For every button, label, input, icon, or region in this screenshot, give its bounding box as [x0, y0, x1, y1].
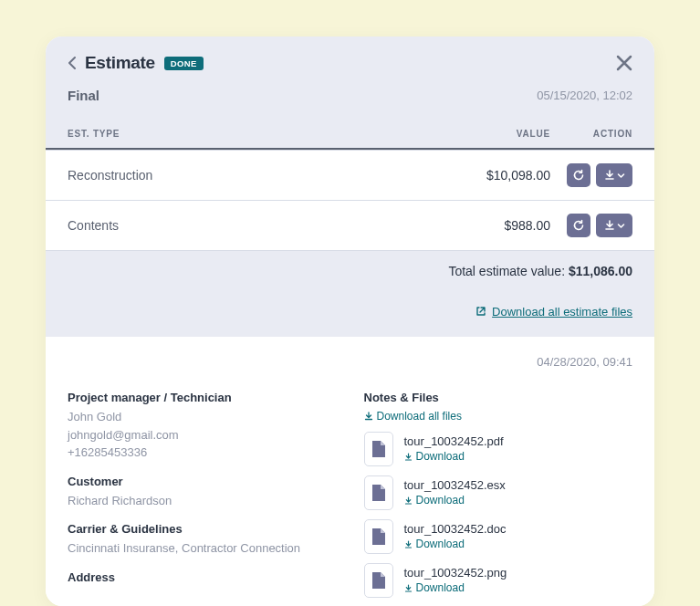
refresh-icon: [572, 169, 585, 182]
table-row: Reconstruction $10,098.00: [46, 150, 654, 200]
download-dropdown-button[interactable]: [596, 163, 632, 187]
estimate-card: Estimate DONE Final 05/15/2020, 12:02 ES…: [46, 37, 654, 606]
download-icon: [404, 540, 413, 549]
file-download-label: Download: [416, 450, 465, 463]
file-download-link[interactable]: Download: [404, 494, 465, 507]
customer-name: Richard Richardson: [68, 492, 337, 510]
refresh-button[interactable]: [567, 214, 590, 237]
header-row: Estimate DONE: [46, 37, 654, 82]
carrier-label: Carrier & Guidelines: [68, 522, 337, 536]
total-value: $11,086.00: [569, 264, 632, 278]
document-icon: [371, 440, 386, 458]
file-row: tour_10032452.doc Download: [364, 519, 633, 554]
document-icon: [371, 528, 386, 546]
pm-email: johngold@gmail.com: [68, 426, 337, 444]
header-timestamp: 05/15/2020, 12:02: [537, 89, 632, 102]
details-section: 04/28/2020, 09:41 Project manager / Tech…: [46, 337, 654, 606]
file-icon: [364, 519, 393, 554]
file-download-link[interactable]: Download: [404, 450, 465, 463]
document-icon: [371, 484, 386, 502]
pm-label: Project manager / Technician: [68, 391, 337, 404]
notes-files-label: Notes & Files: [364, 391, 633, 404]
details-left-column: Project manager / Technician John Gold j…: [68, 391, 337, 606]
customer-label: Customer: [68, 475, 337, 488]
file-name: tour_10032452.png: [404, 566, 507, 580]
col-value-header: VALUE: [459, 129, 550, 139]
total-row: Total estimate value: $11,086.00: [46, 250, 654, 291]
address-label: Address: [68, 570, 337, 584]
pm-phone: +16285453336: [68, 444, 337, 462]
download-icon: [404, 584, 413, 592]
pm-name: John Gold: [68, 408, 337, 426]
file-download-label: Download: [416, 538, 465, 550]
total-label: Total estimate value:: [448, 264, 565, 278]
close-button[interactable]: [616, 55, 632, 71]
file-name: tour_10032452.doc: [404, 522, 507, 536]
chevron-down-icon: [617, 222, 625, 230]
file-download-link[interactable]: Download: [404, 538, 465, 550]
download-icon: [604, 170, 615, 181]
close-icon: [616, 55, 632, 71]
file-download-label: Download: [416, 581, 465, 594]
file-icon: [364, 563, 393, 598]
file-name: tour_10032452.pdf: [404, 434, 504, 448]
page-title: Estimate: [85, 53, 155, 73]
file-icon: [364, 475, 393, 510]
download-icon: [404, 453, 413, 461]
col-type-header: EST. TYPE: [68, 129, 459, 139]
file-name: tour_10032452.esx: [404, 478, 506, 492]
row-value: $10,098.00: [459, 168, 550, 183]
carrier-value: Cincinnati Insuranse, Contractor Connect…: [68, 539, 337, 558]
download-all-link[interactable]: Download all estimate files: [475, 305, 632, 319]
row-name: Contents: [68, 218, 459, 233]
status-badge: DONE: [164, 57, 204, 70]
details-timestamp: 04/28/2020, 09:41: [68, 355, 632, 369]
refresh-button[interactable]: [567, 163, 590, 187]
estimate-top-section: Estimate DONE Final 05/15/2020, 12:02 ES…: [46, 37, 654, 337]
chevron-left-icon: [68, 57, 76, 69]
col-action-header: ACTION: [550, 129, 632, 139]
row-value: $988.00: [459, 218, 550, 233]
sub-title: Final: [68, 88, 99, 103]
download-icon: [364, 412, 373, 421]
file-row: tour_10032452.png Download: [364, 563, 633, 598]
download-icon: [404, 496, 413, 505]
refresh-icon: [572, 219, 585, 232]
download-all-files-label: Download all files: [377, 410, 462, 423]
file-icon: [364, 432, 393, 466]
chevron-down-icon: [617, 172, 625, 180]
document-icon: [371, 571, 386, 590]
file-download-label: Download: [416, 494, 465, 507]
row-name: Reconstruction: [68, 168, 459, 183]
download-all-row: Download all estimate files: [46, 291, 654, 337]
back-button[interactable]: [68, 57, 76, 69]
download-dropdown-button[interactable]: [596, 214, 632, 237]
external-link-icon: [475, 306, 486, 317]
download-all-label: Download all estimate files: [492, 305, 632, 319]
sub-header-row: Final 05/15/2020, 12:02: [46, 82, 654, 120]
table-row: Contents $988.00: [46, 200, 654, 250]
file-row: tour_10032452.pdf Download: [364, 432, 633, 466]
file-download-link[interactable]: Download: [404, 581, 465, 594]
download-all-files-link[interactable]: Download all files: [364, 410, 462, 423]
download-icon: [604, 220, 615, 231]
details-right-column: Notes & Files Download all files tour_10…: [364, 391, 633, 606]
file-row: tour_10032452.esx Download: [364, 475, 633, 510]
table-header: EST. TYPE VALUE ACTION: [46, 120, 654, 150]
